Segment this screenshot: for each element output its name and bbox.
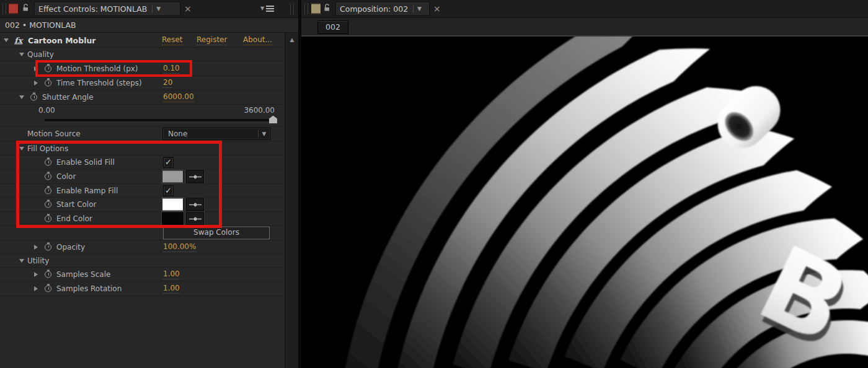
tab-close-icon[interactable]: ×: [433, 4, 441, 13]
color-swatch[interactable]: [162, 170, 184, 183]
effect-controls-panel: Effect Controls: MOTIONLAB ▼ × ▼ 002 • M…: [0, 0, 298, 368]
opacity-value[interactable]: 100.00%: [163, 242, 196, 252]
fill-options-label[interactable]: Fill Options: [27, 144, 68, 153]
eyedropper-icon: [189, 173, 202, 180]
composition-viewport[interactable]: BB: [301, 35, 868, 368]
motion-threshold-label[interactable]: Motion Threshold (px): [56, 64, 138, 73]
enable-solid-fill-label: Enable Solid Fill: [56, 158, 115, 167]
samples-rotation-value[interactable]: 1.00: [163, 284, 180, 294]
samples-scale-value[interactable]: 1.00: [163, 269, 180, 279]
fill-options-group-row: Fill Options: [0, 142, 285, 156]
shutter-slider-track[interactable]: [45, 120, 276, 123]
effect-name[interactable]: Cartoon Moblur: [28, 35, 96, 45]
fill-options-collapse-icon[interactable]: [19, 147, 24, 151]
samples-rotation-row: Samples Rotation 1.00: [0, 282, 285, 296]
panel-grip-icon[interactable]: [304, 4, 308, 14]
stopwatch-icon[interactable]: [45, 80, 51, 87]
eyedropper-button[interactable]: [186, 170, 204, 183]
slider-min-label: 0.00: [38, 106, 55, 115]
samples-scale-label[interactable]: Samples Scale: [56, 270, 110, 279]
opacity-expand-icon[interactable]: [34, 245, 38, 250]
motion-threshold-expand-icon[interactable]: [34, 66, 38, 71]
enable-solid-fill-row: Enable Solid Fill ✓: [0, 156, 285, 170]
panel-menu-caret-icon: ▼: [260, 6, 264, 11]
motion-source-value: None: [163, 129, 258, 138]
utility-collapse-icon[interactable]: [19, 259, 24, 263]
effect-controls-tab[interactable]: Effect Controls: MOTIONLAB ▼: [34, 2, 180, 16]
stopwatch-icon[interactable]: [45, 216, 51, 222]
samples-scale-expand-icon[interactable]: [34, 272, 38, 277]
viewer-tab-002[interactable]: 002: [317, 20, 348, 34]
quality-group-row: Quality: [0, 48, 285, 61]
dropdown-caret-icon[interactable]: ▼: [259, 131, 270, 137]
eyedropper-button[interactable]: [186, 212, 204, 226]
tab-dropdown-icon[interactable]: ▼: [156, 6, 161, 12]
enable-ramp-fill-row: Enable Ramp Fill ✓: [0, 184, 285, 198]
enable-solid-fill-checkbox[interactable]: ✓: [163, 157, 174, 168]
stopwatch-icon[interactable]: [45, 65, 51, 72]
scrollbar[interactable]: ▲: [285, 33, 299, 368]
effect-collapse-icon[interactable]: [4, 38, 9, 42]
reset-link[interactable]: Reset: [162, 35, 183, 45]
stopwatch-icon[interactable]: [45, 243, 51, 250]
tab-close-icon[interactable]: ×: [184, 4, 192, 13]
quality-collapse-icon[interactable]: [19, 53, 24, 56]
motion-threshold-value[interactable]: 0.10: [163, 64, 180, 74]
utility-group-row: Utility: [0, 254, 285, 268]
lock-icon[interactable]: [22, 4, 30, 14]
stopwatch-icon[interactable]: [30, 94, 37, 101]
shutter-angle-label[interactable]: Shutter Angle: [42, 93, 94, 102]
enable-ramp-fill-checkbox[interactable]: ✓: [163, 185, 174, 196]
shutter-angle-collapse-icon[interactable]: [19, 95, 24, 99]
samples-rotation-expand-icon[interactable]: [34, 286, 38, 291]
panel-grip-icon[interactable]: [2, 4, 6, 14]
shutter-slider-row: [0, 116, 285, 126]
motion-source-row: Motion Source None ▼: [0, 126, 285, 142]
about-link[interactable]: About...: [243, 35, 272, 45]
end-color-row: End Color: [0, 212, 285, 226]
panel-color-square-icon: [8, 4, 19, 14]
register-link[interactable]: Register: [197, 35, 227, 45]
stopwatch-icon[interactable]: [45, 201, 51, 208]
opacity-label[interactable]: Opacity: [56, 243, 85, 252]
start-color-label: Start Color: [56, 200, 96, 209]
effect-title-row: fx Cartoon Moblur Reset Register About..…: [0, 33, 285, 48]
panel-grip-right-icon[interactable]: [290, 4, 294, 14]
start-color-swatch[interactable]: [162, 198, 184, 211]
stopwatch-icon[interactable]: [45, 286, 51, 292]
eyedropper-icon: [189, 216, 202, 222]
lock-icon[interactable]: [324, 4, 331, 14]
effect-rows: fx Cartoon Moblur Reset Register About..…: [0, 33, 285, 296]
scrollbar-up-arrow-icon[interactable]: ▲: [285, 33, 299, 43]
time-threshold-expand-icon[interactable]: [34, 81, 38, 85]
composition-header: Composition: 002 ▼ ×: [301, 0, 868, 18]
end-color-label: End Color: [56, 214, 92, 223]
slider-max-label: 3600.00: [244, 106, 275, 115]
viewer-tab-strip: 002: [301, 18, 868, 35]
quality-label[interactable]: Quality: [27, 50, 54, 59]
composition-panel: Composition: 002 ▼ × 002 BB: [301, 0, 868, 368]
shutter-slider-labels-row: 0.00 3600.00: [0, 105, 285, 116]
eyedropper-button[interactable]: [186, 198, 204, 211]
panel-menu-lines-icon: [266, 6, 274, 7]
samples-rotation-label[interactable]: Samples Rotation: [56, 284, 122, 293]
end-color-swatch[interactable]: [162, 212, 184, 226]
stopwatch-icon[interactable]: [45, 187, 51, 194]
composition-render: BB: [301, 37, 868, 368]
swap-colors-button[interactable]: Swap Colors: [163, 227, 270, 240]
fx-badge-icon: fx: [14, 35, 22, 45]
motion-source-dropdown[interactable]: None ▼: [162, 128, 270, 140]
time-threshold-label[interactable]: Time Threshold (steps): [56, 79, 142, 87]
composition-tab[interactable]: Composition: 002 ▼: [335, 2, 430, 16]
shutter-slider-thumb[interactable]: [269, 116, 277, 124]
tab-dropdown-icon[interactable]: ▼: [417, 6, 422, 12]
time-threshold-value[interactable]: 20: [163, 78, 172, 88]
checkmark-icon: ✓: [164, 158, 173, 167]
stopwatch-icon[interactable]: [45, 159, 51, 166]
tab-separator: [152, 5, 153, 13]
stopwatch-icon[interactable]: [45, 173, 51, 180]
panel-menu-icon[interactable]: ▼: [260, 6, 274, 11]
shutter-angle-value[interactable]: 6000.00: [163, 92, 194, 102]
utility-label[interactable]: Utility: [27, 256, 49, 265]
stopwatch-icon[interactable]: [45, 271, 51, 278]
